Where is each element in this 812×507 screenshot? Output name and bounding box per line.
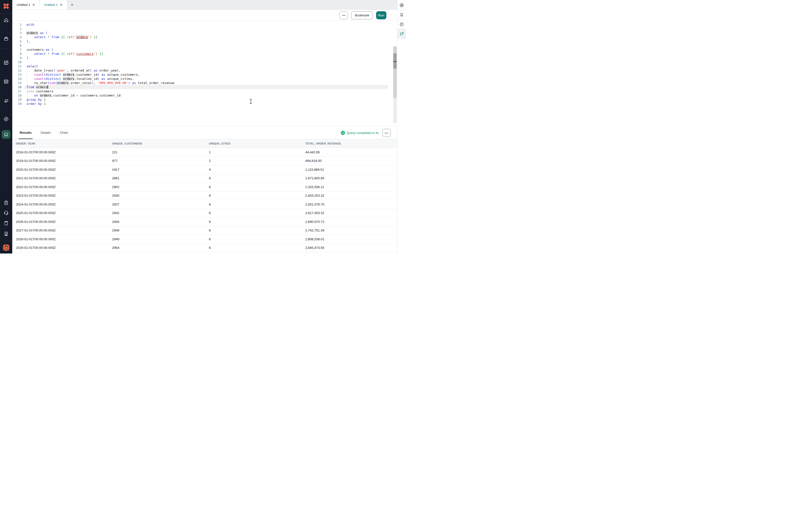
- column-header-total_order_revenue[interactable]: TOTAL_ORDER_REVENUE: [305, 142, 397, 145]
- right-sidebar-item-ai-chat-sparkle[interactable]: [397, 29, 406, 39]
- bookmark-button[interactable]: Bookmark: [351, 11, 373, 19]
- editor-line-10[interactable]: 10: [12, 60, 397, 64]
- line-number: 14: [12, 77, 21, 81]
- table-cell: 2927: [112, 203, 209, 206]
- table-cell: 1,871,800.85: [305, 176, 397, 180]
- editor-line-17[interactable]: 17join customers: [12, 89, 397, 93]
- sidebar-item-book-docs[interactable]: [0, 219, 12, 228]
- editor-line-6[interactable]: 6: [12, 43, 397, 48]
- table-cell: 494,818.00: [305, 159, 397, 163]
- line-number: 8: [12, 52, 21, 56]
- line-number: 1: [12, 22, 21, 27]
- results-tab-results[interactable]: Results: [19, 126, 32, 139]
- sidebar-item-code-window[interactable]: [0, 77, 12, 86]
- terminal-laptop-icon: [3, 132, 9, 137]
- results-tab-chart[interactable]: Chart: [60, 126, 68, 139]
- table-row[interactable]: 2018-01-01T00:00:00.000Z221144,442.65: [12, 148, 397, 157]
- editor-scrollbar[interactable]: [393, 21, 397, 123]
- results-table-header: ORDER_YEARUNIQUE_CUSTOMERSUNIQUE_CITIEST…: [12, 139, 397, 148]
- code-text: group by 1: [27, 98, 46, 102]
- editor-line-3[interactable]: 3orders as (: [12, 31, 397, 35]
- sidebar-item-compass[interactable]: [0, 115, 12, 123]
- sidebar-item-dashboard-mosaic[interactable]: [0, 58, 12, 67]
- table-row[interactable]: 2030-01-01T00:00:00.000Z287961,841,049.3…: [12, 252, 397, 253]
- code-text: on orders.customer_id = customers.custom…: [27, 93, 120, 98]
- table-row[interactable]: 2020-01-01T00:00:00.000Z191741,115,869.5…: [12, 165, 397, 174]
- sidebar-item-clipboard[interactable]: [0, 199, 12, 207]
- check-circle-icon: [341, 131, 345, 135]
- code-text: customers as (: [27, 48, 53, 52]
- more-options-button[interactable]: •••: [340, 11, 348, 19]
- table-row[interactable]: 2019-01-01T00:00:00.000Z9772494,818.00: [12, 157, 397, 166]
- editor-line-13[interactable]: 13 count(distinct orders.customer_id) as…: [12, 72, 397, 77]
- dashboard-mosaic-icon: [3, 60, 9, 65]
- table-row[interactable]: 2025-01-01T00:00:00.000Z293262,617,453.3…: [12, 209, 397, 218]
- table-cell: 2,845,473.93: [305, 246, 397, 249]
- new-tab-button[interactable]: +: [67, 0, 77, 9]
- column-header-unique_customers[interactable]: UNIQUE_CUSTOMERS: [112, 142, 209, 145]
- results-tab-details[interactable]: Details: [41, 126, 51, 139]
- sidebar-item-windows-overlap[interactable]: [0, 97, 12, 105]
- ai-chat-sparkle-icon: [399, 32, 404, 36]
- editor-line-4[interactable]: 4 select * from {{ ref('orders') }}: [12, 35, 397, 39]
- right-sidebar: [397, 0, 406, 253]
- column-header-order_year[interactable]: ORDER_YEAR: [16, 142, 112, 145]
- line-number: 7: [12, 48, 21, 52]
- right-sidebar-item-bookmark[interactable]: [397, 10, 406, 19]
- right-sidebar-divider: [397, 29, 406, 29]
- line-number: 12: [12, 68, 21, 72]
- table-row[interactable]: 2022-01-01T00:00:00.000Z290262,325,556.1…: [12, 183, 397, 191]
- sidebar-item-headset-support[interactable]: [0, 208, 12, 217]
- close-icon[interactable]: ✕: [60, 3, 62, 6]
- editor-line-5[interactable]: 5),: [12, 39, 397, 43]
- code-text: orders as (: [27, 31, 48, 35]
- table-cell: 2,551,076.70: [305, 203, 397, 206]
- editor-tab-2[interactable]: Untitled 1✕: [40, 0, 67, 9]
- editor-line-14[interactable]: 14 count(distinct orders.location_id) as…: [12, 77, 397, 81]
- run-button[interactable]: Run: [376, 11, 387, 19]
- table-row[interactable]: 2024-01-01T00:00:00.000Z292762,551,076.7…: [12, 200, 397, 209]
- editor-line-16[interactable]: 16from orders: [12, 85, 397, 89]
- close-icon[interactable]: ✕: [32, 3, 35, 6]
- table-row[interactable]: 2028-01-01T00:00:00.000Z294962,808,539.0…: [12, 235, 397, 244]
- line-number: 17: [12, 89, 21, 93]
- column-header-unique_cities[interactable]: UNIQUE_CITIES: [209, 142, 305, 145]
- inbox-tray-icon: [3, 36, 9, 41]
- table-row[interactable]: 2026-01-01T00:00:00.000Z294462,690,570.7…: [12, 218, 397, 226]
- code-text: select * from {{ ref('customers') }}: [27, 52, 103, 56]
- left-sidebar: [0, 0, 12, 253]
- editor-line-2[interactable]: 2: [12, 27, 397, 31]
- editor-tab-1[interactable]: Untitled 1✕: [12, 0, 40, 9]
- sidebar-item-terminal-laptop[interactable]: [0, 130, 12, 139]
- editor-line-18[interactable]: 18 on orders.customer_id = customers.cus…: [12, 93, 397, 98]
- sidebar-item-home[interactable]: [0, 16, 12, 24]
- editor-line-20[interactable]: 20order by 1: [12, 102, 397, 106]
- text-caret: [48, 85, 48, 89]
- results-more-button[interactable]: •••: [383, 129, 391, 137]
- editor-line-9[interactable]: 9): [12, 56, 397, 60]
- right-sidebar-item-compass[interactable]: [397, 0, 406, 10]
- table-cell: 2021-01-01T00:00:00.000Z: [16, 176, 112, 180]
- code-text: to_char(sum(orders.order_total), '999,99…: [27, 81, 174, 85]
- sidebar-item-building-org[interactable]: [0, 229, 12, 238]
- editor-line-1[interactable]: 1with: [12, 22, 397, 27]
- table-row[interactable]: 2029-01-01T00:00:00.000Z295462,845,473.9…: [12, 244, 397, 252]
- editor-line-19[interactable]: 19group by 1: [12, 98, 397, 102]
- table-row[interactable]: 2023-01-01T00:00:00.000Z293062,453,253.3…: [12, 191, 397, 200]
- editor-line-8[interactable]: 8 select * from {{ ref('customers') }}: [12, 52, 397, 56]
- editor-line-11[interactable]: 11select: [12, 64, 397, 68]
- editor-line-15[interactable]: 15 to_char(sum(orders.order_total), '999…: [12, 81, 397, 85]
- scrollbar-thumb[interactable]: [393, 53, 397, 69]
- sidebar-item-inbox-tray[interactable]: [0, 34, 12, 43]
- line-number: 9: [12, 56, 21, 60]
- table-row[interactable]: 2021-01-01T00:00:00.000Z266161,871,800.8…: [12, 174, 397, 183]
- table-cell: 2019-01-01T00:00:00.000Z: [16, 159, 112, 163]
- user-avatar[interactable]: [3, 244, 9, 251]
- editor-line-7[interactable]: 7customers as (: [12, 48, 397, 52]
- paradime-logo-icon[interactable]: [2, 2, 10, 10]
- sql-editor[interactable]: 1with23orders as (4 select * from {{ ref…: [12, 21, 397, 126]
- line-number: 18: [12, 93, 21, 98]
- right-sidebar-item-clock-history[interactable]: [397, 19, 406, 29]
- editor-line-12[interactable]: 12 date_trunc('year', ordered_at) as ord…: [12, 68, 397, 72]
- table-row[interactable]: 2027-01-01T00:00:00.000Z294662,742,751.3…: [12, 226, 397, 235]
